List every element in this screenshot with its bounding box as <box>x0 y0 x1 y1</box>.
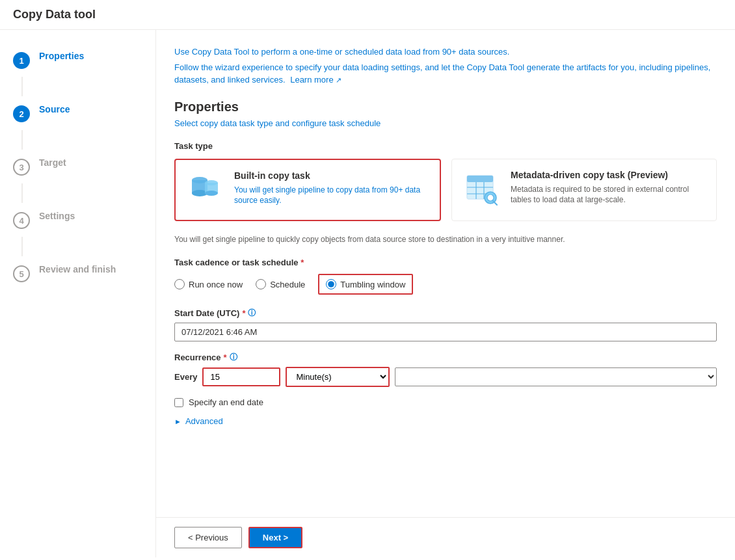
start-date-label: Start Date (UTC) * ⓘ <box>174 308 717 319</box>
advanced-label: Advanced <box>185 416 223 426</box>
builtin-card-body: Built-in copy task You will get single p… <box>234 170 429 207</box>
sidebar-label-target: Target <box>39 157 66 168</box>
sidebar-connector-1 <box>21 77 23 96</box>
advanced-row[interactable]: ► Advanced <box>174 416 717 426</box>
recurrence-row: Every Minute(s) Hour(s) Day(s) Week(s) M… <box>174 367 717 387</box>
footer: < Previous Next > <box>156 517 735 557</box>
step-number-1: 1 <box>13 52 30 69</box>
svg-point-13 <box>487 194 494 201</box>
svg-rect-7 <box>467 176 493 182</box>
intro-text: Use Copy Data Tool to perform a one-time… <box>174 46 717 87</box>
radio-schedule-input[interactable] <box>256 279 266 289</box>
recurrence-info-icon: ⓘ <box>230 352 237 363</box>
sidebar-item-settings[interactable]: 4 Settings <box>0 203 155 237</box>
intro-line1: Use Copy Data Tool to perform a one-time… <box>174 46 717 59</box>
recurrence-label: Recurrence * ⓘ <box>174 352 717 363</box>
metadata-card-title: Metadata-driven copy task (Preview) <box>511 170 706 180</box>
advanced-arrow-icon: ► <box>174 418 181 425</box>
builtin-task-icon <box>186 170 225 209</box>
builtin-card-title: Built-in copy task <box>234 170 429 181</box>
section-title: Properties <box>174 100 717 114</box>
sidebar-item-target[interactable]: 3 Target <box>0 150 155 183</box>
radio-group-cadence: Run once now Schedule Tumbling window <box>174 274 717 295</box>
every-label: Every <box>174 372 197 382</box>
radio-run-once[interactable]: Run once now <box>174 279 243 289</box>
sidebar-connector-3 <box>21 183 23 203</box>
start-date-input[interactable] <box>174 323 717 341</box>
recurrence-number-input[interactable] <box>202 367 280 386</box>
next-button[interactable]: Next > <box>248 527 302 548</box>
sidebar: 1 Properties 2 Source 3 Target 4 Setting… <box>0 30 156 557</box>
radio-tumbling-window-input[interactable] <box>326 279 336 289</box>
builtin-card-desc: You will get single pipeline to copy dat… <box>234 185 429 207</box>
intro-line2: Follow the wizard experience to specify … <box>174 61 717 87</box>
sidebar-connector-4 <box>21 237 23 256</box>
sidebar-label-source: Source <box>39 104 70 114</box>
task-card-metadata[interactable]: Metadata-driven copy task (Preview) Meta… <box>451 159 717 221</box>
metadata-card-desc: Metadata is required to be stored in ext… <box>511 184 706 206</box>
end-date-label: Specify an end date <box>189 397 263 407</box>
sidebar-label-review: Review and finish <box>39 264 116 274</box>
task-card-builtin[interactable]: Built-in copy task You will get single p… <box>174 159 441 221</box>
cadence-required: * <box>301 258 304 267</box>
sidebar-item-source[interactable]: 2 Source <box>0 96 155 130</box>
radio-run-once-label: Run once now <box>189 280 243 289</box>
end-date-checkbox[interactable] <box>174 398 183 407</box>
recurrence-ext-select[interactable] <box>395 367 717 386</box>
radio-tumbling-window[interactable]: Tumbling window <box>318 274 413 295</box>
sidebar-connector-2 <box>21 130 23 150</box>
step-number-5: 5 <box>13 265 30 282</box>
recurrence-required: * <box>224 353 227 362</box>
external-link-icon: ↗ <box>336 76 341 84</box>
task-cadence-label: Task cadence or task schedule * <box>174 258 717 267</box>
task-type-label: Task type <box>174 141 717 151</box>
task-cards-container: Built-in copy task You will get single p… <box>174 159 717 221</box>
sidebar-label-settings: Settings <box>39 211 75 221</box>
radio-schedule-label: Schedule <box>270 280 305 289</box>
cylinder-svg <box>188 172 223 207</box>
metadata-card-body: Metadata-driven copy task (Preview) Meta… <box>511 170 706 206</box>
section-subtitle: Select copy data task type and configure… <box>174 118 717 128</box>
radio-schedule[interactable]: Schedule <box>256 279 305 289</box>
app-header: Copy Data tool <box>0 0 735 30</box>
footer-buttons: < Previous Next > <box>174 527 302 548</box>
end-date-checkbox-row: Specify an end date <box>174 397 717 407</box>
pipeline-note: You will get single pipeline to quickly … <box>174 234 717 245</box>
learn-more-link[interactable]: Learn more <box>290 75 333 85</box>
previous-button[interactable]: < Previous <box>174 527 242 548</box>
sidebar-item-review[interactable]: 5 Review and finish <box>0 256 155 290</box>
recurrence-unit-select[interactable]: Minute(s) Hour(s) Day(s) Week(s) Month(s… <box>286 367 390 387</box>
radio-run-once-input[interactable] <box>174 279 185 289</box>
start-date-info-icon: ⓘ <box>248 308 256 319</box>
step-number-4: 4 <box>13 212 30 229</box>
sidebar-label-properties: Properties <box>39 51 84 61</box>
step-number-3: 3 <box>13 159 30 176</box>
metadata-svg <box>464 172 500 207</box>
app-title: Copy Data tool <box>13 8 96 21</box>
step-number-2: 2 <box>13 105 30 122</box>
metadata-task-icon <box>462 170 501 209</box>
svg-point-5 <box>205 191 218 196</box>
sidebar-item-properties[interactable]: 1 Properties <box>0 43 155 77</box>
start-date-required: * <box>242 308 245 318</box>
main-content: Use Copy Data Tool to perform a one-time… <box>156 30 735 517</box>
radio-tumbling-window-label: Tumbling window <box>340 280 405 289</box>
